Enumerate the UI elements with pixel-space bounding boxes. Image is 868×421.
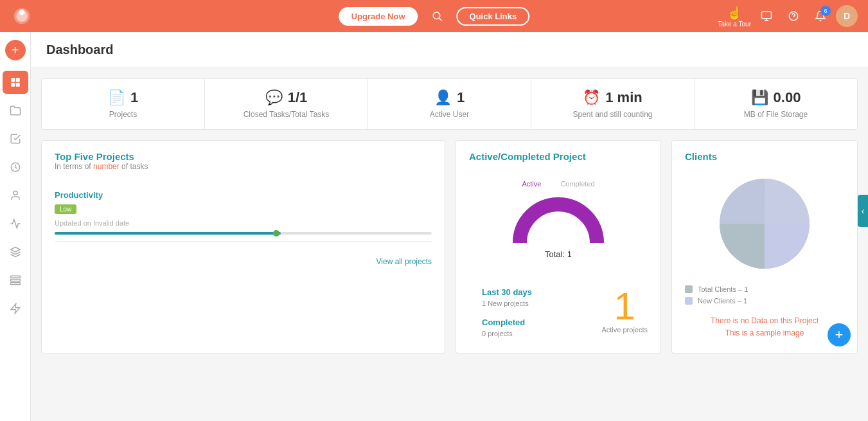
top-projects-subtitle: In terms of number of tasks	[55, 162, 432, 171]
pie-chart	[713, 172, 816, 275]
project-name[interactable]: Productivity	[55, 190, 432, 200]
project-list: Productivity Low Updated on Invalid date	[42, 176, 445, 249]
svg-rect-18	[10, 280, 20, 282]
sidebar-item-analytics[interactable]	[3, 212, 28, 235]
sidebar: +	[0, 32, 31, 364]
legend-item-total: Total Clients – 1	[685, 285, 844, 293]
fab-add-button[interactable]: +	[828, 323, 851, 346]
active-completed-card: Active/Completed Project Active Complete…	[456, 140, 661, 354]
project-updated: Updated on Invalid date	[55, 219, 129, 227]
svg-point-3	[434, 12, 441, 19]
top-nav: Upgrade Now Quick Links ☝ Take a Tour	[0, 0, 868, 32]
svg-marker-16	[10, 247, 20, 253]
users-label: Active User	[430, 110, 469, 119]
tasks-label: Closed Tasks/Total Tasks	[244, 110, 330, 119]
page-header: Dashboard	[31, 32, 868, 68]
dashboard-columns: Top Five Projects In terms of number of …	[41, 140, 858, 354]
svg-rect-5	[761, 12, 771, 19]
no-data-line1: There is no Data on this Project	[685, 315, 844, 327]
total-clients-dot	[685, 285, 693, 293]
no-data-message: There is no Data on this Project This is…	[685, 315, 844, 339]
sidebar-item-tasks[interactable]	[3, 127, 28, 150]
messages-button[interactable]	[755, 4, 778, 28]
time-value: 1 min	[605, 89, 642, 106]
sidebar-item-dashboard[interactable]	[3, 71, 28, 94]
legend-item-new: New Clients – 1	[685, 297, 844, 305]
sidebar-item-time[interactable]	[3, 156, 28, 179]
page-title: Dashboard	[46, 42, 853, 57]
notification-badge: 6	[820, 6, 831, 16]
stat-projects: 📄 1 Projects	[42, 79, 205, 129]
donut-chart	[510, 192, 607, 249]
tasks-icon: 💬	[265, 89, 283, 106]
projects-label: Projects	[109, 110, 137, 119]
sidebar-item-stack[interactable]	[3, 269, 28, 292]
project-item: Productivity Low Updated on Invalid date	[55, 184, 432, 242]
content-area: 📄 1 Projects 💬 1/1 Closed Tasks/Total Ta…	[31, 68, 868, 364]
stat-users: 👤 1 Active User	[368, 79, 531, 129]
top-projects-header: Top Five Projects In terms of number of …	[42, 141, 445, 176]
storage-icon: 💾	[751, 89, 768, 106]
last30-sub: 1 New projects	[482, 300, 578, 307]
subtitle-highlight: number	[93, 162, 120, 171]
tasks-value: 1/1	[288, 89, 308, 106]
last30-title: Last 30 days	[482, 287, 578, 297]
project-tag: Low	[55, 204, 76, 214]
svg-rect-19	[10, 283, 20, 285]
nav-right: ☝ Take a Tour 6 D	[718, 4, 858, 28]
tour-label: Take a Tour	[718, 21, 751, 28]
time-label: Spent and still counting	[572, 110, 652, 119]
upgrade-button[interactable]: Upgrade Now	[339, 7, 418, 26]
app-logo[interactable]	[10, 4, 33, 28]
top-projects-title: Top Five Projects	[55, 151, 432, 162]
no-data-line2: This is a sample image	[685, 327, 844, 339]
svg-point-2	[19, 10, 25, 15]
svg-rect-13	[15, 83, 19, 87]
stat-tasks: 💬 1/1 Closed Tasks/Total Tasks	[205, 79, 368, 129]
active-projects-label: Active projects	[601, 326, 648, 334]
active-completed-title: Active/Completed Project	[469, 151, 648, 162]
scroll-tab[interactable]: ‹	[858, 195, 868, 227]
svg-rect-17	[10, 276, 20, 278]
take-tour-button[interactable]: ☝ Take a Tour	[718, 5, 751, 28]
active-legend-label: Active	[522, 180, 541, 188]
clients-card: Clients	[671, 140, 858, 354]
new-clients-dot	[685, 297, 693, 305]
storage-value: 0.00	[774, 89, 801, 106]
search-button[interactable]	[426, 4, 449, 28]
pie-chart-container	[685, 172, 844, 275]
stats-bar: 📄 1 Projects 💬 1/1 Closed Tasks/Total Ta…	[41, 78, 858, 130]
completed-title: Completed	[482, 318, 578, 327]
storage-label: MB of File Storage	[744, 110, 808, 119]
bottom-stats: Last 30 days 1 New projects Completed 0 …	[456, 282, 660, 353]
svg-rect-10	[11, 78, 15, 82]
stat-time: ⏰ 1 min Spent and still counting	[531, 79, 695, 129]
main-content: Dashboard 📄 1 Projects 💬 1/1 Closed Task…	[31, 32, 868, 364]
sidebar-add-button[interactable]: +	[5, 40, 26, 60]
active-number: 1	[614, 287, 635, 326]
svg-point-15	[13, 191, 17, 195]
time-icon: ⏰	[583, 89, 600, 106]
quick-links-button[interactable]: Quick Links	[457, 7, 530, 26]
sidebar-item-reports[interactable]	[3, 297, 28, 320]
sidebar-item-projects[interactable]	[3, 99, 28, 122]
total-clients-label: Total Clients – 1	[698, 285, 748, 293]
cursor-icon: ☝	[727, 5, 743, 21]
svg-rect-12	[11, 83, 15, 87]
projects-icon: 📄	[108, 89, 125, 106]
sidebar-item-people[interactable]	[3, 184, 28, 207]
top-projects-card: Top Five Projects In terms of number of …	[41, 140, 445, 354]
view-all-projects[interactable]: View all projects	[42, 249, 445, 274]
user-avatar[interactable]: D	[836, 5, 858, 27]
stat-storage: 💾 0.00 MB of File Storage	[695, 79, 857, 129]
help-button[interactable]	[782, 4, 805, 28]
svg-marker-20	[11, 304, 20, 314]
users-icon: 👤	[434, 89, 452, 106]
sidebar-item-layers[interactable]	[3, 240, 28, 264]
projects-value: 1	[130, 89, 138, 106]
donut-section: Active Completed Total: 1	[456, 167, 660, 282]
legend: Total Clients – 1 New Clients – 1	[685, 285, 844, 305]
new-clients-label: New Clients – 1	[698, 297, 747, 305]
notifications-button[interactable]: 6	[809, 4, 832, 28]
clients-title: Clients	[685, 151, 844, 162]
